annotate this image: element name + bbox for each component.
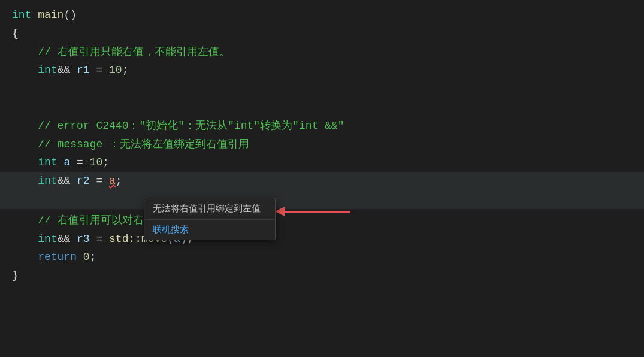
- tooltip-action-search[interactable]: 联机搜索: [144, 220, 275, 240]
- code-line-15: }: [0, 267, 644, 285]
- token-comment-3: // message ：无法将左值绑定到右值引用: [38, 136, 249, 153]
- tooltip-main-text: 无法将右值引用绑定到左值: [144, 198, 275, 220]
- code-line-7: // error C2440："初始化"：无法从"int"转换为"int &&": [0, 117, 644, 135]
- code-editor: int main () { // 右值引用只能右值，不能引用左值。 int &&…: [0, 0, 644, 357]
- code-line-5: [0, 80, 644, 98]
- token-comment-1: // 右值引用只能右值，不能引用左值。: [38, 44, 229, 61]
- code-line-10: int && r2 = a ;: [0, 172, 644, 190]
- code-line-1: int main (): [0, 6, 644, 25]
- code-line-3: // 右值引用只能右值，不能引用左值。: [0, 43, 644, 62]
- token-type: int: [12, 7, 31, 24]
- code-line-8: // message ：无法将左值绑定到右值引用: [0, 135, 644, 154]
- code-line-9: int a = 10 ;: [0, 153, 644, 172]
- error-token: a: [109, 173, 116, 190]
- code-line-6: [0, 98, 644, 117]
- code-line-4: int && r1 = 10 ;: [0, 61, 644, 80]
- tooltip-popup: 无法将右值引用绑定到左值 联机搜索: [144, 198, 276, 240]
- code-line-12: // 右值引用可以对右值move以后的左值: [0, 211, 644, 230]
- token-func: main: [38, 7, 64, 24]
- code-line-13: int && r3 = std::move ( a );: [0, 230, 644, 249]
- code-line-14: return 0 ;: [0, 248, 644, 267]
- code-line-2: {: [0, 25, 644, 43]
- token-comment-2: // error C2440："初始化"：无法从"int"转换为"int &&": [38, 117, 344, 135]
